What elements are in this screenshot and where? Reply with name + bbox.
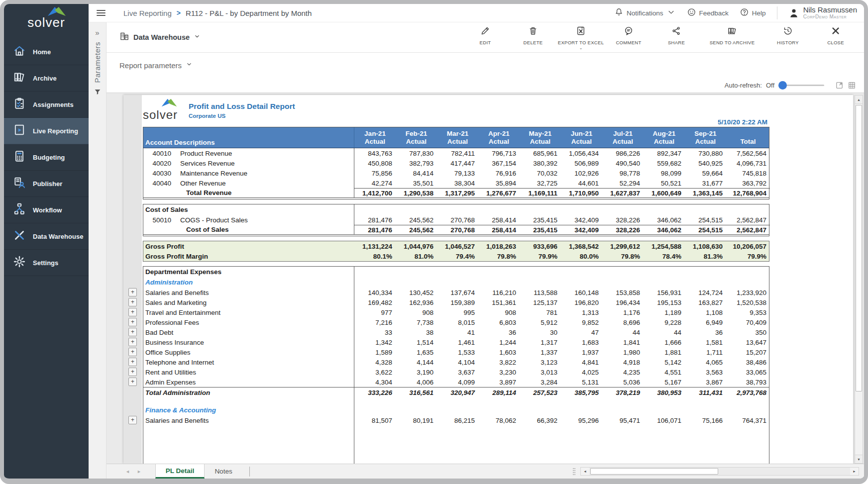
vertical-scroll-thumb[interactable] bbox=[856, 105, 862, 391]
expand-row-button[interactable]: + bbox=[128, 318, 137, 326]
expand-row-button[interactable]: + bbox=[128, 368, 137, 376]
expand-row-button[interactable]: + bbox=[128, 348, 137, 356]
sidebar-item-publisher[interactable]: Publisher bbox=[4, 171, 89, 197]
expand-row-button[interactable]: + bbox=[128, 308, 137, 316]
help-button[interactable]: Help bbox=[740, 7, 766, 18]
sidebar-item-budgeting[interactable]: Budgeting bbox=[4, 144, 89, 171]
grid-view-icon[interactable] bbox=[848, 81, 856, 90]
expand-panel-icon[interactable]: » bbox=[95, 28, 99, 37]
account-description: Administration bbox=[143, 277, 354, 288]
scroll-left-arrow[interactable]: ◄ bbox=[581, 468, 589, 475]
sidebar-item-home[interactable]: Home bbox=[4, 39, 89, 65]
sheet-tab-pl-detail[interactable]: PL Detail bbox=[155, 464, 205, 479]
cell-value: 3,867 bbox=[685, 377, 726, 387]
user-menu[interactable]: Nils Rasmussen CorpDemo Master bbox=[788, 6, 857, 20]
tab-nav-left-icon[interactable]: ◄ bbox=[125, 469, 130, 474]
cell-value: 156,931 bbox=[644, 288, 685, 297]
breadcrumb-section[interactable]: Live Reporting bbox=[123, 9, 172, 17]
horizontal-scroll-thumb[interactable] bbox=[590, 468, 718, 475]
account-description: Business Insurance bbox=[143, 337, 354, 347]
chevron-down-icon[interactable] bbox=[186, 61, 193, 70]
close-button[interactable]: CLOSE bbox=[814, 26, 857, 49]
share-button[interactable]: SHARE bbox=[655, 26, 698, 49]
open-in-window-icon[interactable] bbox=[835, 81, 844, 90]
notifications-button[interactable]: Notifications bbox=[614, 7, 676, 18]
scroll-down-arrow[interactable]: ▼ bbox=[855, 455, 863, 463]
horizontal-scrollbar[interactable]: ◄ ► bbox=[580, 467, 859, 476]
scroll-right-arrow[interactable]: ► bbox=[850, 468, 859, 475]
filter-icon[interactable] bbox=[94, 88, 102, 98]
breadcrumb-separator: > bbox=[177, 9, 181, 17]
cell-value: 281,476 bbox=[354, 215, 396, 225]
comment-button[interactable]: COMMENT bbox=[607, 26, 650, 49]
cell-value: 782,411 bbox=[437, 148, 478, 158]
export-to-excel-button[interactable]: EXPORT TO EXCEL⌄ bbox=[559, 26, 602, 49]
table-row: Gross Profit Margin80.1%81.0%79.4%79.8%7… bbox=[143, 251, 769, 261]
sidebar-item-live-reporting[interactable]: Live Reporting bbox=[4, 118, 89, 144]
cell-total: 9,353 bbox=[726, 307, 770, 317]
tab-nav-right-icon[interactable]: ► bbox=[137, 469, 141, 474]
splitter-handle[interactable] bbox=[573, 468, 575, 475]
report-subtitle: Corporate US bbox=[189, 113, 225, 119]
sidebar: solver HomeArchiveAssignmentsLive Report… bbox=[4, 4, 89, 479]
expand-row-button[interactable]: + bbox=[128, 298, 137, 306]
sidebar-item-label: Assignments bbox=[33, 101, 74, 108]
solver-triangle-icon bbox=[161, 98, 178, 107]
report-parameters-toggle[interactable]: Report parameters bbox=[119, 61, 182, 70]
expand-row-button[interactable]: + bbox=[128, 338, 137, 346]
auto-refresh-slider[interactable] bbox=[778, 85, 824, 86]
feedback-button[interactable]: Feedback bbox=[687, 7, 729, 18]
account-description: 40020Services Revenue bbox=[143, 158, 354, 168]
cell-value: 81.3% bbox=[685, 251, 726, 261]
sidebar-item-workflow[interactable]: Workflow bbox=[4, 197, 89, 223]
cell-value: 382,793 bbox=[396, 158, 437, 168]
cell-value: 5,131 bbox=[561, 377, 602, 387]
expand-row-button[interactable]: + bbox=[128, 416, 137, 424]
cell-value: 787,830 bbox=[396, 148, 437, 158]
cell-value: 4,304 bbox=[354, 377, 396, 387]
parameters-label[interactable]: Parameters bbox=[93, 42, 102, 83]
report-timestamp: 5/10/20 2:22 AM bbox=[718, 118, 767, 126]
sidebar-item-label: Live Reporting bbox=[33, 127, 78, 135]
cell-value: 1,363,145 bbox=[685, 188, 726, 197]
help-label: Help bbox=[752, 9, 766, 17]
cell-value: 1,461 bbox=[437, 337, 478, 347]
sidebar-item-label: Home bbox=[33, 48, 51, 56]
sidebar-item-data-warehouse[interactable]: Data Warehouse bbox=[4, 223, 89, 250]
cell-value: 169,482 bbox=[354, 297, 396, 307]
vertical-scrollbar[interactable]: ▲ ▼ bbox=[855, 95, 863, 464]
history-button[interactable]: HISTORY bbox=[766, 26, 809, 49]
cell-value: 1,412,700 bbox=[354, 188, 396, 197]
cell-value: 44 bbox=[602, 327, 644, 337]
cell-value: 490,540 bbox=[602, 158, 644, 168]
assignments-icon bbox=[13, 97, 26, 112]
send-to-archive-button[interactable]: SEND TO ARCHIVE bbox=[703, 26, 761, 49]
sidebar-item-assignments[interactable]: Assignments bbox=[4, 92, 89, 118]
sidebar-item-archive[interactable]: Archive bbox=[4, 65, 89, 92]
sidebar-item-settings[interactable]: Settings bbox=[4, 250, 89, 276]
table-row: +Admin Expenses4,3044,0064,0993,8973,284… bbox=[143, 377, 769, 387]
cell-value: 78,062 bbox=[478, 415, 520, 425]
account-description: Cost of Sales bbox=[143, 204, 354, 215]
hamburger-menu-icon[interactable] bbox=[97, 8, 106, 17]
cell-value: 843,763 bbox=[354, 148, 396, 158]
data-source-dropdown[interactable]: Data Warehouse bbox=[119, 31, 201, 43]
expand-row-button[interactable]: + bbox=[128, 328, 137, 336]
user-avatar-icon bbox=[788, 6, 799, 20]
expand-row-button[interactable]: + bbox=[128, 288, 137, 296]
expand-row-button[interactable]: + bbox=[128, 358, 137, 366]
delete-button[interactable]: DELETE bbox=[512, 26, 554, 49]
cell-value: 1,627,837 bbox=[602, 188, 644, 197]
cell-value: 33 bbox=[354, 327, 396, 337]
scroll-up-arrow[interactable]: ▲ bbox=[855, 96, 863, 104]
table-row: Total Revenue1,412,7001,290,5381,317,295… bbox=[143, 188, 769, 198]
data-warehouse-icon bbox=[13, 229, 26, 244]
edit-button[interactable]: EDIT bbox=[464, 26, 507, 49]
cell-value: 270,768 bbox=[437, 225, 478, 234]
slider-knob[interactable] bbox=[778, 81, 787, 90]
auto-refresh-label: Auto-refresh: bbox=[725, 82, 762, 89]
table-row: +Telephone and Internet4,3284,1444,1043,… bbox=[143, 357, 769, 367]
sheet-tab-notes[interactable]: Notes bbox=[205, 464, 242, 479]
expand-row-button[interactable]: + bbox=[128, 378, 137, 386]
cell-value: 1,189 bbox=[644, 307, 685, 317]
